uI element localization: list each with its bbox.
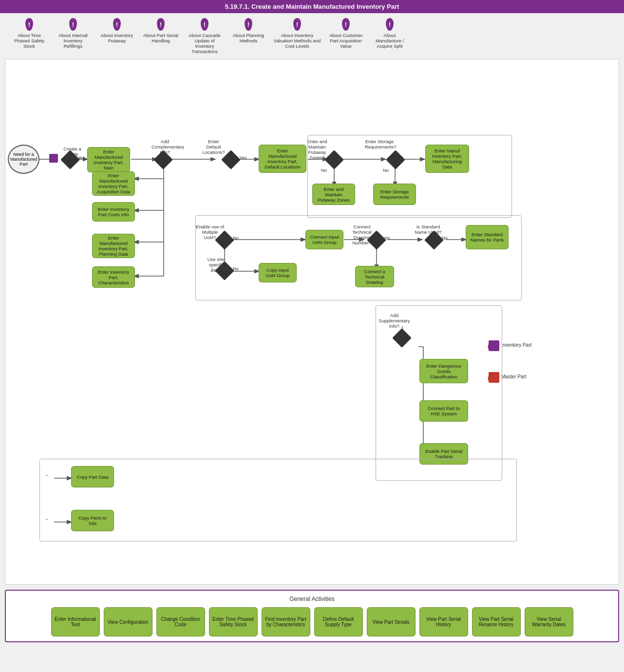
- yes1-label: Yes: [77, 155, 85, 160]
- exclamation-icon-6: !: [293, 18, 301, 31]
- decision10-label: Add Supplementary Info?: [378, 313, 410, 329]
- diagram-svg: [5, 59, 619, 584]
- box-acquisition[interactable]: Enter Manufactured Inventory Part, Acqui…: [92, 171, 135, 196]
- box-putaway[interactable]: Enter and Maintain Putaway Zones: [312, 184, 355, 205]
- exclamation-icon-2: !: [113, 18, 121, 31]
- icon-item-3[interactable]: ! About Part Serial Handling: [141, 18, 180, 43]
- master-part-icon: [489, 372, 499, 383]
- box-manuf[interactable]: Enter Manuf Inventory Part, Manufacturin…: [425, 145, 469, 173]
- inventory-part-icon: [489, 340, 499, 351]
- inventory-part-label: Inventory Part: [501, 342, 531, 348]
- box-planning[interactable]: Enter Manufactured Inventory Part, Plann…: [92, 234, 135, 258]
- no8-label: No: [384, 235, 390, 241]
- main-diagram: Need for a Manufactured Part Create a si…: [5, 59, 619, 585]
- decision9-label: Is Standard Name Used?: [414, 224, 443, 235]
- page-title: 5.19.7.1. Create and Maintain Manufactur…: [225, 3, 399, 10]
- ga-buttons: Enter Informational Text View Configurat…: [11, 607, 613, 636]
- ga-btn-1[interactable]: View Configuration: [104, 607, 152, 636]
- icon-label-7: About Customer Part Acquisition Value: [326, 33, 365, 49]
- exclamation-icon-4: !: [201, 18, 208, 31]
- ga-btn-6[interactable]: View Part Serials: [367, 607, 416, 636]
- diamond-5: [386, 150, 405, 169]
- icon-item-6[interactable]: ! About Inventory Valuation Methods and …: [273, 18, 321, 49]
- start-label: Need for a Manufactured Part: [10, 152, 37, 167]
- icon-item-1[interactable]: ! About Internal Inventory Refillings: [54, 18, 93, 49]
- general-activities-section: General Activities Enter Informational T…: [5, 590, 619, 642]
- ga-btn-5[interactable]: Define Default Supply Type: [314, 607, 363, 636]
- ga-title: General Activities: [11, 596, 613, 602]
- title-bar: 5.19.7.1. Create and Maintain Manufactur…: [0, 0, 624, 13]
- ga-btn-0[interactable]: Enter Informational Text: [51, 607, 100, 636]
- decision5-label: Enter Storage Requirements?: [365, 139, 394, 149]
- box-default-loc[interactable]: Enter Manufactured Inventory Part, Defau…: [259, 145, 306, 173]
- box-characteristics[interactable]: Enter Inventory Part, Characteristics: [92, 266, 135, 288]
- icon-item-4[interactable]: ! About Cascade Update of Inventory Tran…: [185, 18, 224, 54]
- icons-row: ! About Time Phased Safety Stock ! About…: [0, 13, 624, 56]
- exclamation-icon-7: !: [342, 18, 350, 31]
- box-drawing[interactable]: Connect a Technical Drawing: [355, 266, 394, 287]
- icon-item-0[interactable]: ! About Time Phased Safety Stock: [10, 18, 49, 49]
- decision3-label: Enter Default Locations?: [200, 139, 227, 155]
- exclamation-icon-8: !: [386, 18, 394, 31]
- no5-label: No: [383, 168, 389, 173]
- diamond-10: [392, 328, 412, 348]
- icon-label-3: About Part Serial Handling: [141, 33, 180, 43]
- icon-label-4: About Cascade Update of Inventory Transa…: [185, 33, 224, 54]
- copy-site-arrow-start: →: [44, 516, 49, 522]
- box-serial-tracking[interactable]: Enable Part Serial Tracking: [419, 443, 468, 465]
- icon-item-5[interactable]: ! About Planning Methods: [229, 18, 268, 43]
- no4-label: No: [321, 168, 327, 173]
- box-standard[interactable]: Enter Standard Names for Parts: [466, 225, 509, 249]
- icon-item-7[interactable]: ! About Customer Part Acquisition Value: [326, 18, 365, 49]
- ga-btn-4[interactable]: Find Inventory Part by Characteristics: [262, 607, 310, 636]
- ga-btn-9[interactable]: View Serial Warranty Dates: [525, 607, 573, 636]
- icon-label-0: About Time Phased Safety Stock: [10, 33, 49, 49]
- icon-item-8[interactable]: ! About Manufacture / Acquire Split: [370, 18, 409, 49]
- page-wrapper: 5.19.7.1. Create and Maintain Manufactur…: [0, 0, 624, 642]
- box-copy-uom[interactable]: Copy Input UoM Group: [259, 263, 297, 282]
- no6-label: No: [233, 235, 239, 241]
- no7-label: No: [233, 266, 239, 271]
- exclamation-icon-1: !: [69, 18, 77, 31]
- box-storage[interactable]: Enter Storage Requirements: [373, 184, 416, 205]
- ga-btn-2[interactable]: Change Condition Code: [156, 607, 205, 636]
- start-event: [49, 154, 58, 163]
- icon-label-8: About Manufacture / Acquire Split: [370, 33, 409, 49]
- copy-part-arrow-start: →: [44, 472, 49, 478]
- no9-label: No: [442, 235, 448, 241]
- box-uom-group[interactable]: Connect Input UoM Group: [305, 230, 343, 249]
- ga-btn-3[interactable]: Enter Time Phased Safety Stock: [209, 607, 258, 636]
- exclamation-icon-3: !: [157, 18, 165, 31]
- start-oval: Need for a Manufactured Part: [8, 145, 39, 174]
- icon-label-1: About Internal Inventory Refillings: [54, 33, 93, 49]
- box-dangerous[interactable]: Enter Dangerous Goods Classification: [419, 359, 468, 383]
- yes3-label: Yes: [239, 155, 247, 160]
- ga-btn-7[interactable]: View Part Serial History: [419, 607, 468, 636]
- box-hse[interactable]: Connect Part to HSE System: [419, 400, 468, 422]
- box-main[interactable]: Enter Manufactured Inventory Part, Main: [87, 147, 130, 172]
- box-costs[interactable]: Enter Inventory Part Costs Info: [92, 202, 135, 222]
- exclamation-icon-0: !: [25, 18, 33, 31]
- storage-region-box: [307, 135, 512, 218]
- icon-label-6: About Inventory Valuation Methods and Co…: [273, 33, 321, 49]
- master-part-label: Master Part: [501, 374, 527, 379]
- icon-label-2: About Inventory Putaway: [97, 33, 136, 43]
- icon-item-2[interactable]: ! About Inventory Putaway: [97, 18, 136, 43]
- icon-label-5: About Planning Methods: [229, 33, 268, 43]
- box-copy-part[interactable]: Copy Part Data: [71, 466, 114, 487]
- box-copy-site[interactable]: Copy Parts to Site: [71, 510, 114, 531]
- exclamation-icon-5: !: [245, 18, 252, 31]
- ga-btn-8[interactable]: View Part Serial Rename History: [472, 607, 521, 636]
